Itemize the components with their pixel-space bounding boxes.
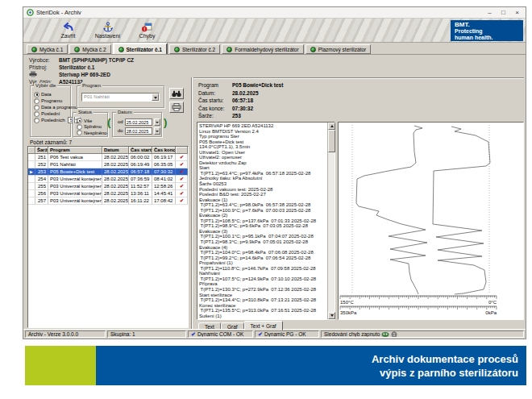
- status-dynamic-com: ✔ Dynamic COM - OK: [188, 330, 253, 338]
- radio-icon[interactable]: [77, 118, 82, 123]
- table-row[interactable]: 254P03 Univerzál kontejnery28.02.202507:…: [28, 176, 188, 183]
- panel-divider-horizontal: [193, 77, 524, 79]
- process-log-text: STERIVAP HP 669 2ED A5241132 Linux BMTDI…: [199, 123, 326, 318]
- table-row[interactable]: 256P03 Univerzál kontejnery28.02.202513:…: [28, 190, 188, 197]
- cell-cas-startu: 06:57:18: [129, 168, 152, 176]
- print-button[interactable]: [169, 102, 184, 113]
- process-log-panel: STERIVAP HP 669 2ED A5241132 Linux BMTDI…: [197, 122, 335, 320]
- detail-row-end: Čas konce: 07:30:32: [198, 105, 283, 113]
- minimize-button[interactable]: –: [483, 7, 497, 18]
- scroll-down-icon[interactable]: [328, 312, 335, 319]
- device-tab-plazmov-steriliz-tor[interactable]: Plazmový sterilizátor: [305, 44, 372, 54]
- select-by-posledn-ch[interactable]: Posledních5: [31, 117, 70, 123]
- select-by-data[interactable]: Data: [31, 91, 70, 98]
- device-tab-my-ka-1[interactable]: Myčka č.1: [27, 44, 68, 54]
- table-row[interactable]: ▶253P05 Bowie+Dick test28.02.202506:57:1…: [28, 168, 188, 176]
- check-icon: ✔: [191, 331, 196, 338]
- search-button[interactable]: [169, 88, 184, 99]
- banner-line2: výpis z parního sterilizátoru: [96, 366, 518, 380]
- select-by-programu[interactable]: Programu: [31, 98, 70, 104]
- svg-text:0°C: 0°C: [488, 300, 497, 305]
- radio-icon[interactable]: [34, 105, 39, 110]
- led-green-icon: [118, 47, 124, 52]
- svg-text:150°C: 150°C: [340, 300, 354, 305]
- info-label: Výrobce:: [29, 57, 59, 63]
- table-row[interactable]: 252P01 Nahřátí28.02.202506:19:4906:35:05…: [28, 161, 188, 168]
- radio-icon[interactable]: [34, 92, 39, 98]
- errors-button[interactable]: ! Chyby: [128, 19, 166, 41]
- date-to-label: do: [118, 128, 123, 133]
- device-tab-my-ka-2[interactable]: Myčka č.2: [69, 44, 110, 54]
- cell-sarze: 256: [35, 190, 48, 197]
- status-text: Dynamic COM - OK: [197, 331, 243, 338]
- detail-header: Program P05 Bowie+Dick test Datum: 28.02…: [198, 81, 283, 120]
- errors-label: Chyby: [139, 33, 156, 39]
- cell-program: P01 Nahřátí: [48, 161, 102, 168]
- radio-label: Posledních: [41, 118, 65, 123]
- radio-icon[interactable]: [77, 130, 82, 135]
- device-tab-steriliz-tor-1[interactable]: Sterilizátor č.1: [113, 43, 168, 54]
- status-v-e[interactable]: Vše: [73, 118, 107, 124]
- info-row-device: Přístroj: Sterilizátor č.1: [29, 64, 134, 71]
- program-combobox[interactable]: P01 Nahřátí: [81, 93, 160, 102]
- notification-icon: [391, 331, 397, 338]
- table-row[interactable]: 251P06 Test vakua28.02.202506:00:0206:19…: [28, 154, 188, 161]
- cell-datum: 28.02.2025: [102, 183, 129, 190]
- date-to-input[interactable]: 28.02.2025: [125, 127, 152, 135]
- radio-icon[interactable]: [77, 124, 82, 130]
- panel-divider-vertical: [191, 77, 193, 330]
- radio-label: Splněno: [84, 124, 102, 129]
- page: SteriDok - Archiv – □ × Zavřít: [0, 0, 532, 399]
- log-scrollbar[interactable]: [327, 123, 335, 319]
- cell-cas-startu: 16:11:22: [129, 197, 152, 205]
- close-button[interactable]: ×: [510, 7, 524, 18]
- status-nespln-no[interactable]: Nesplněno: [73, 130, 107, 136]
- select-by-title: Výběr dle: [34, 83, 57, 88]
- records-table[interactable]: ŠaržeProgramDatumČas startuČas konce251P…: [27, 146, 189, 328]
- cell-datum: 28.02.2025: [102, 161, 129, 168]
- settings-button[interactable]: Nastavení: [89, 19, 127, 41]
- status-text: Archiv - Verze 3.0.0.0: [28, 331, 78, 338]
- device-tab-steriliz-tor-2[interactable]: Sterilizátor č.2: [169, 44, 220, 54]
- header-datum: Datum: [102, 147, 129, 154]
- radio-icon[interactable]: [34, 111, 39, 117]
- cell-cas-konce: 14:45:41: [152, 190, 176, 197]
- close-archive-button[interactable]: Zavřít: [49, 19, 87, 41]
- toolbar: Zavřít Nastavení ! Chyby: [23, 19, 526, 43]
- select-by-posledn-[interactable]: Poslední: [31, 110, 70, 117]
- status-spln-no[interactable]: Splněno: [73, 124, 107, 131]
- table-row[interactable]: 257P03 Univerzál kontejnery28.02.202516:…: [28, 197, 188, 205]
- scroll-up-icon[interactable]: [328, 123, 335, 130]
- status-dynamic-pg: ✔ Dynamic PG - OK: [255, 330, 319, 338]
- error-watch-icon: [381, 331, 389, 338]
- status-error-watch: Sledování chyb zapnuto: [321, 330, 524, 338]
- error-flag-icon: !: [141, 22, 153, 32]
- cell-program: P05 Bowie+Dick test: [48, 168, 102, 176]
- date-from-dropdown-icon[interactable]: [154, 118, 160, 126]
- table-row[interactable]: 255P03 Univerzál kontejnery28.02.202511:…: [28, 183, 188, 190]
- cell-cas-startu: 06:00:02: [129, 154, 152, 161]
- cell-datum: 28.02.2025: [102, 154, 129, 161]
- select-by-data-a-programu[interactable]: Data a programu: [31, 104, 70, 110]
- combobox-dropdown-icon[interactable]: [152, 94, 159, 101]
- radio-icon[interactable]: [34, 118, 39, 123]
- row-marker: [28, 154, 35, 161]
- radio-icon[interactable]: [34, 98, 39, 104]
- cell-program: P03 Univerzál kontejnery: [48, 183, 102, 190]
- detail-row-start: Čas startu: 06:57:18: [198, 97, 283, 105]
- status-title: Status: [77, 110, 94, 114]
- date-bracket-right: ): [164, 116, 167, 128]
- date-from-input[interactable]: 25.02.2025: [125, 118, 152, 126]
- cell-sarze: 254: [35, 176, 48, 183]
- date-group: Datum od 25.02.2025 do 28.02.2025: [112, 112, 162, 137]
- tab-text-graf[interactable]: Text + Graf: [244, 321, 283, 330]
- scroll-thumb[interactable]: [328, 130, 335, 152]
- device-tab-formaldehydov-steriliz-tor[interactable]: Formaldehydový sterilizátor: [222, 44, 303, 54]
- detail-label: Čas konce:: [198, 106, 232, 111]
- cell-cas-startu: 07:36:59: [129, 176, 152, 183]
- maximize-button[interactable]: □: [497, 7, 510, 18]
- cell-status-check: ✔: [176, 161, 188, 168]
- cell-cas-konce: 06:19:17: [152, 154, 176, 161]
- record-count: Počet záznamů: 7: [30, 139, 72, 145]
- date-to-dropdown-icon[interactable]: [154, 127, 160, 135]
